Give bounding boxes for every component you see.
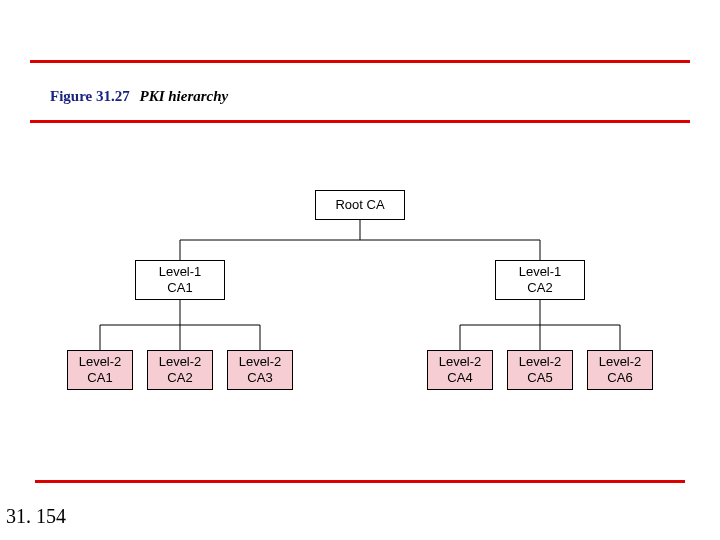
node-label-line1: Level-2: [239, 354, 282, 370]
rule-mid: [30, 120, 690, 123]
node-label-line1: Level-2: [439, 354, 482, 370]
node-label-line1: Level-2: [519, 354, 562, 370]
node-label-line2: CA1: [87, 370, 112, 386]
page-number: 31. 154: [6, 505, 66, 528]
figure-number: Figure 31.27: [50, 88, 130, 104]
rule-top: [30, 60, 690, 63]
node-label-line1: Level-1: [519, 264, 562, 280]
node-label-line2: CA1: [167, 280, 192, 296]
figure-caption: Figure 31.27 PKI hierarchy: [50, 88, 228, 105]
node-label-line2: CA4: [447, 370, 472, 386]
node-root-ca: Root CA: [315, 190, 405, 220]
node-level2-ca2: Level-2 CA2: [147, 350, 213, 390]
node-label-line2: CA2: [167, 370, 192, 386]
node-level1-ca1: Level-1 CA1: [135, 260, 225, 300]
node-label-line1: Level-2: [79, 354, 122, 370]
figure-title: PKI hierarchy: [139, 88, 228, 104]
node-label-line2: CA3: [247, 370, 272, 386]
node-level2-ca5: Level-2 CA5: [507, 350, 573, 390]
node-level1-ca2: Level-1 CA2: [495, 260, 585, 300]
node-label-line2: CA6: [607, 370, 632, 386]
node-level2-ca4: Level-2 CA4: [427, 350, 493, 390]
rule-bottom: [35, 480, 685, 483]
node-level2-ca3: Level-2 CA3: [227, 350, 293, 390]
node-level2-ca1: Level-2 CA1: [67, 350, 133, 390]
node-level2-ca6: Level-2 CA6: [587, 350, 653, 390]
hierarchy-diagram: Root CA Level-1 CA1 Level-1 CA2 Level-2 …: [0, 160, 720, 460]
node-label-line2: CA5: [527, 370, 552, 386]
node-label-line1: Level-1: [159, 264, 202, 280]
node-label-line1: Level-2: [599, 354, 642, 370]
node-label: Root CA: [335, 197, 384, 213]
node-label-line1: Level-2: [159, 354, 202, 370]
node-label-line2: CA2: [527, 280, 552, 296]
